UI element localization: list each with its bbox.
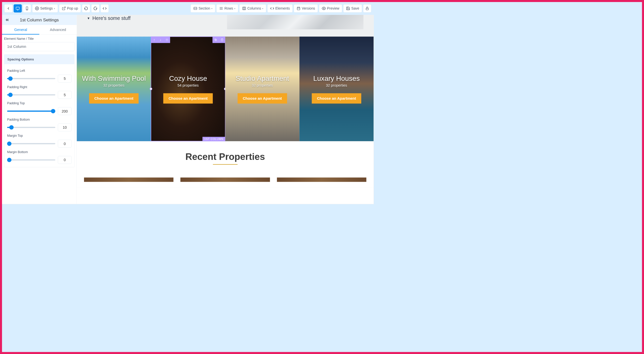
eye-icon: [322, 6, 326, 10]
rows-dropdown[interactable]: Rows ▾: [216, 4, 238, 12]
spacing-options-header: Spacing Options: [4, 54, 74, 64]
slider-margin-top[interactable]: [7, 143, 55, 144]
svg-point-3: [36, 8, 37, 9]
delete-button[interactable]: [219, 37, 225, 43]
undo-button[interactable]: [82, 4, 90, 12]
hero-image-placeholder: [227, 15, 363, 29]
svg-point-9: [167, 40, 167, 40]
versions-label: Versions: [302, 6, 315, 10]
slider-value-input[interactable]: [58, 91, 71, 99]
slider-value-input[interactable]: [58, 107, 71, 115]
save-button[interactable]: Save: [343, 4, 362, 12]
preview-button[interactable]: Preview: [319, 4, 342, 12]
triangle-down-icon: ▼: [87, 16, 90, 20]
svg-rect-0: [16, 7, 19, 9]
slider-padding-right[interactable]: [7, 94, 55, 95]
selection-label: 1ST COLUMN: [203, 137, 225, 141]
slider-label: Padding Right: [7, 85, 71, 89]
slider-label: Padding Left: [7, 69, 71, 73]
property-thumb: [277, 178, 367, 182]
sidebar-title: 1st Column Settings: [5, 17, 73, 22]
element-name-label: Element Name / Title: [4, 37, 74, 41]
slider-label: Padding Bottom: [7, 118, 71, 121]
choose-apartment-button[interactable]: Choose an Apartment: [163, 93, 213, 103]
rows-label: Rows: [224, 6, 233, 10]
chevron-double-left-icon: [5, 18, 10, 22]
svg-rect-8: [366, 8, 368, 10]
slider-padding-left[interactable]: [7, 78, 55, 79]
section-label: Section: [198, 6, 210, 10]
lock-icon: [365, 6, 369, 10]
slider-label: Margin Bottom: [7, 150, 71, 154]
svg-rect-5: [243, 7, 246, 10]
card-title: Studio Apartment: [235, 74, 289, 82]
choose-apartment-button[interactable]: Choose an Apartment: [237, 93, 287, 103]
elements-button[interactable]: Elements: [267, 4, 293, 12]
choose-apartment-button[interactable]: Choose an Apartment: [312, 93, 361, 103]
property-card[interactable]: Studio Apartment 32 properties Choose an…: [225, 37, 299, 141]
slider-padding-top[interactable]: [7, 111, 55, 112]
svg-point-7: [323, 8, 324, 9]
svg-rect-6: [297, 7, 300, 10]
card-title: With Swimming Pool: [82, 74, 146, 82]
card-title: Luxary Houses: [313, 74, 360, 82]
save-label: Save: [351, 6, 359, 10]
settings-sidebar: 1st Column Settings General Advanced Ele…: [2, 15, 77, 204]
property-thumb: [180, 178, 270, 182]
columns-icon: [242, 6, 246, 10]
slider-label: Margin Top: [7, 134, 71, 138]
slider-value-input[interactable]: [58, 75, 71, 83]
svg-point-2: [27, 9, 27, 10]
external-icon: [62, 6, 66, 10]
settings-label: Settings: [40, 6, 53, 10]
slider-margin-bottom[interactable]: [7, 159, 55, 161]
tab-advanced[interactable]: Advanced: [39, 25, 76, 34]
section-icon: [193, 6, 197, 10]
hero-text: ▼ Here's some stuff: [87, 15, 131, 21]
card-subtitle: 32 properties: [252, 83, 273, 87]
columns-label: Columns: [247, 6, 261, 10]
choose-apartment-button[interactable]: Choose an Apartment: [89, 93, 139, 103]
section-dropdown[interactable]: Section ▾: [191, 4, 215, 12]
gear-icon: [35, 6, 39, 10]
hero-text-content: Here's some stuff: [92, 15, 131, 21]
popup-button[interactable]: Pop up: [59, 4, 81, 12]
top-toolbar: Settings ▾ Pop up Section ▾ Rows ▾ Colum…: [2, 2, 374, 15]
slider-value-input[interactable]: [58, 140, 71, 148]
property-card[interactable]: Luxary Houses 32 properties Choose an Ap…: [299, 37, 374, 141]
recent-properties-title: Recent Properties: [77, 151, 374, 162]
card-subtitle: 54 properties: [178, 83, 199, 87]
tab-general[interactable]: General: [2, 25, 39, 34]
property-card[interactable]: With Swimming Pool 32 properties Choose …: [77, 37, 151, 141]
editor-canvas[interactable]: ▼ Here's some stuff With Swimming Pool 3…: [77, 15, 374, 204]
rows-icon: [219, 6, 223, 10]
elements-icon: [270, 6, 274, 10]
desktop-view-button[interactable]: [14, 4, 22, 12]
card-subtitle: 32 properties: [326, 83, 347, 87]
card-subtitle: 32 properties: [103, 83, 125, 87]
slider-value-input[interactable]: [58, 156, 71, 164]
collapse-sidebar-button[interactable]: [4, 17, 10, 23]
redo-button[interactable]: [91, 4, 99, 12]
move-down-button[interactable]: ↓: [157, 37, 164, 43]
slider-label: Padding Top: [7, 101, 71, 105]
lock-button[interactable]: [363, 4, 371, 12]
versions-button[interactable]: Versions: [294, 4, 318, 12]
settings-button[interactable]: [164, 37, 170, 43]
resize-handle-left[interactable]: [150, 88, 152, 90]
save-icon: [346, 6, 350, 10]
chevron-down-icon: ▾: [234, 7, 235, 10]
slider-padding-bottom[interactable]: [7, 127, 55, 128]
element-name-input[interactable]: [4, 42, 74, 51]
code-button[interactable]: [101, 4, 109, 12]
settings-dropdown[interactable]: Settings ▾: [32, 4, 58, 12]
property-card[interactable]: ↑ ↓ 1ST COLUMN Cozy House 54 properties …: [151, 37, 225, 141]
move-up-button[interactable]: ↑: [151, 37, 157, 43]
chevron-down-icon: ▾: [211, 7, 213, 10]
slider-value-input[interactable]: [58, 123, 71, 131]
property-thumb: [84, 178, 174, 182]
duplicate-button[interactable]: [212, 37, 219, 43]
back-button[interactable]: [4, 4, 12, 12]
mobile-view-button[interactable]: [23, 4, 31, 12]
columns-dropdown[interactable]: Columns ▾: [239, 4, 266, 12]
